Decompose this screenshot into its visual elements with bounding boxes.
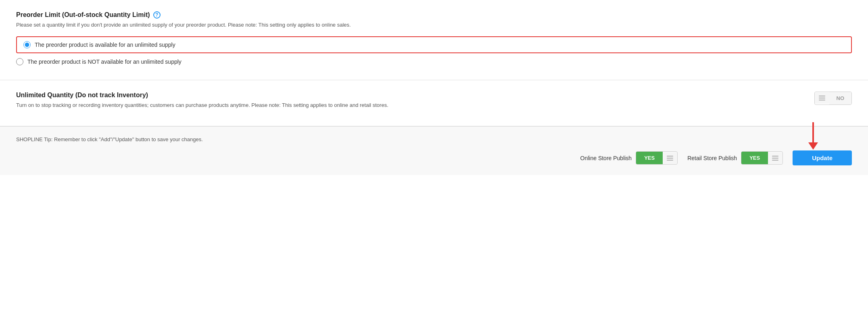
main-container: Preorder Limit (Out-of-stock Quantity Li…: [0, 0, 868, 334]
toggle-line-1: [819, 96, 825, 96]
preorder-title: Preorder Limit (Out-of-stock Quantity Li…: [16, 11, 852, 19]
unlimited-description: Turn on to stop tracking or recording in…: [16, 101, 852, 109]
online-line-2: [667, 158, 673, 159]
radio-option-not-unlimited[interactable]: The preorder product is NOT available fo…: [16, 58, 852, 65]
retail-yes-button[interactable]: YES: [741, 152, 768, 164]
retail-publish-btn-group[interactable]: YES: [741, 151, 783, 165]
online-yes-button[interactable]: YES: [636, 152, 663, 164]
online-publish-btn-group[interactable]: YES: [636, 151, 678, 165]
retail-line-1: [772, 156, 778, 157]
unlimited-title: Unlimited Quantity (Do not track Invento…: [16, 92, 852, 99]
radio-unlimited-supply[interactable]: [23, 41, 31, 48]
arrow-head: [808, 142, 818, 150]
online-lines-button[interactable]: [663, 152, 677, 164]
online-line-1: [667, 156, 673, 157]
toggle-no-label[interactable]: NO: [829, 92, 852, 104]
radio-not-unlimited-supply[interactable]: [16, 58, 23, 65]
online-store-label: Online Store Publish: [580, 155, 632, 161]
tip-text: SHOPLINE Tip: Remember to click "Add"/"U…: [16, 136, 852, 142]
online-line-3: [667, 160, 673, 161]
radio-option-unlimited-highlighted[interactable]: The preorder product is available for an…: [16, 36, 852, 53]
radio-not-unlimited-label: The preorder product is NOT available fo…: [27, 58, 182, 65]
retail-lines-button[interactable]: [768, 152, 782, 164]
online-store-publish-group: Online Store Publish YES: [580, 151, 678, 165]
unlimited-quantity-section: Unlimited Quantity (Do not track Invento…: [0, 80, 868, 127]
retail-store-publish-group: Retail Store Publish YES: [687, 151, 783, 165]
toggle-line-2: [819, 98, 825, 98]
retail-line-2: [772, 158, 778, 159]
retail-line-3: [772, 160, 778, 161]
preorder-limit-section: Preorder Limit (Out-of-stock Quantity Li…: [0, 0, 868, 80]
toggle-lines-icon[interactable]: [815, 92, 829, 104]
unlimited-toggle[interactable]: NO: [814, 92, 852, 105]
footer-section: SHOPLINE Tip: Remember to click "Add"/"U…: [0, 126, 868, 175]
radio-unlimited-label: The preorder product is available for an…: [35, 42, 175, 48]
unlimited-title-text: Unlimited Quantity (Do not track Invento…: [16, 92, 148, 99]
footer-actions: Online Store Publish YES Retail Store Pu…: [16, 150, 852, 165]
preorder-help-icon[interactable]: ?: [153, 11, 161, 19]
toggle-line-3: [819, 100, 825, 100]
preorder-title-text: Preorder Limit (Out-of-stock Quantity Li…: [16, 11, 150, 19]
arrow-shaft: [812, 122, 814, 142]
preorder-description: Please set a quantity limit if you don't…: [16, 21, 852, 29]
arrow-indicator: [808, 122, 818, 150]
update-button[interactable]: Update: [793, 150, 852, 165]
retail-store-label: Retail Store Publish: [687, 155, 737, 161]
